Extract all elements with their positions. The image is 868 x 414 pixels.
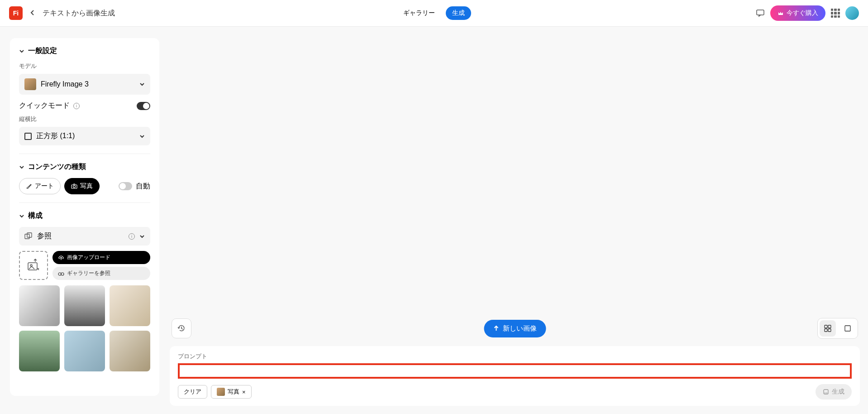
photo-chip[interactable]: 写真 ×	[211, 385, 252, 399]
content-type-title: コンテンツの種類	[28, 162, 86, 172]
history-icon	[177, 324, 186, 333]
svg-rect-14	[824, 390, 828, 394]
chip-thumbnail	[217, 388, 225, 396]
ref-thumb-5[interactable]	[64, 331, 105, 371]
svg-rect-12	[828, 329, 831, 332]
browse-gallery-label: ギャラリーを参照	[67, 270, 110, 277]
prompt-input-highlight	[178, 363, 852, 379]
tab-gallery[interactable]: ギャラリー	[397, 6, 441, 20]
new-image-button[interactable]: 新しい画像	[484, 320, 546, 337]
prompt-label: プロンプト	[178, 352, 852, 361]
ref-thumb-3[interactable]	[110, 285, 150, 326]
aspect-value: 正方形 (1:1)	[36, 131, 75, 141]
upload-placeholder[interactable]	[19, 251, 48, 280]
camera-icon	[71, 183, 77, 189]
type-art-button[interactable]: アート	[19, 178, 61, 194]
svg-rect-11	[825, 329, 827, 332]
model-thumbnail	[24, 78, 36, 90]
ref-thumb-1[interactable]	[19, 285, 60, 326]
single-view-button[interactable]	[839, 320, 856, 337]
header: Fi テキストから画像生成 ギャラリー 生成 今すぐ購入	[0, 0, 868, 27]
auto-label: 自動	[136, 182, 150, 191]
model-select[interactable]: Firefly Image 3	[19, 74, 150, 95]
photo-chip-label: 写真	[228, 388, 239, 396]
action-row: 新しい画像	[170, 318, 860, 339]
header-tabs: ギャラリー 生成	[397, 6, 471, 20]
svg-point-2	[73, 186, 76, 188]
quick-mode-label: クイックモード	[19, 101, 70, 111]
section-composition: 構成 参照 i 画像アップロード ギャ	[19, 211, 150, 380]
svg-rect-13	[845, 326, 850, 331]
quick-mode-toggle[interactable]	[137, 102, 150, 110]
grid-view-button[interactable]	[820, 320, 836, 337]
chevron-down-icon	[139, 82, 145, 87]
clear-button[interactable]: クリア	[178, 385, 207, 399]
comment-icon[interactable]	[756, 9, 765, 18]
back-icon[interactable]	[30, 9, 35, 17]
section-header-content-type[interactable]: コンテンツの種類	[19, 162, 150, 172]
auto-toggle[interactable]	[119, 182, 132, 190]
square-icon	[24, 133, 32, 140]
reference-icon	[24, 232, 33, 241]
info-icon[interactable]: i	[129, 233, 135, 240]
generate-button[interactable]: 生成	[816, 384, 852, 400]
section-header-general[interactable]: 一般設定	[19, 46, 150, 56]
ref-thumb-6[interactable]	[110, 331, 150, 371]
arrow-up-icon	[493, 325, 499, 332]
composition-title: 構成	[28, 211, 43, 221]
model-value: Firefly Image 3	[41, 80, 89, 88]
type-art-label: アート	[35, 182, 54, 190]
binoculars-icon	[58, 270, 64, 277]
svg-rect-10	[828, 325, 831, 328]
app-logo[interactable]: Fi	[9, 6, 23, 20]
section-general: 一般設定 モデル Firefly Image 3 クイックモード i 縦横比 正…	[19, 46, 150, 154]
svg-rect-9	[825, 325, 827, 328]
prompt-input[interactable]	[180, 365, 850, 377]
new-image-label: 新しい画像	[503, 324, 537, 333]
chevron-down-icon	[19, 48, 24, 54]
svg-rect-0	[757, 10, 764, 15]
sidebar: 一般設定 モデル Firefly Image 3 クイックモード i 縦横比 正…	[10, 38, 159, 396]
cloud-upload-icon	[58, 255, 64, 261]
generate-label: 生成	[832, 388, 844, 396]
crown-icon	[777, 10, 784, 16]
reference-label: 参照	[37, 231, 52, 241]
grid-icon	[824, 325, 831, 332]
upload-image-label: 画像アップロード	[67, 254, 110, 261]
tab-generate[interactable]: 生成	[446, 6, 471, 20]
model-label: モデル	[19, 62, 150, 70]
page-title: テキストから画像生成	[43, 9, 115, 18]
reference-row[interactable]: 参照 i	[19, 227, 150, 246]
chevron-down-icon	[19, 164, 24, 170]
ref-thumb-4[interactable]	[19, 331, 60, 371]
section-header-composition[interactable]: 構成	[19, 211, 150, 221]
aspect-select[interactable]: 正方形 (1:1)	[19, 127, 150, 145]
close-icon[interactable]: ×	[242, 389, 246, 395]
apps-icon[interactable]	[831, 9, 840, 18]
avatar[interactable]	[845, 6, 859, 20]
section-content-type: コンテンツの種類 アート 写真 自動	[19, 162, 150, 203]
view-toggles	[817, 318, 858, 339]
chevron-down-icon	[139, 234, 145, 239]
browse-gallery-button[interactable]: ギャラリーを参照	[52, 267, 150, 280]
type-photo-label: 写真	[80, 182, 93, 190]
header-right: 今すぐ購入	[756, 5, 859, 21]
chevron-down-icon	[19, 213, 24, 219]
image-upload-icon	[26, 258, 41, 273]
prompt-box: プロンプト クリア 写真 × 生成	[170, 346, 860, 406]
ref-thumb-2[interactable]	[64, 285, 105, 326]
square-icon	[844, 325, 851, 332]
aspect-label: 縦横比	[19, 115, 150, 123]
type-photo-button[interactable]: 写真	[64, 178, 100, 194]
history-button[interactable]	[172, 318, 191, 338]
upload-image-button[interactable]: 画像アップロード	[52, 251, 150, 264]
generate-icon	[823, 389, 829, 395]
header-left: Fi テキストから画像生成	[9, 6, 115, 20]
info-icon[interactable]: i	[73, 103, 80, 109]
buy-now-label: 今すぐ購入	[787, 9, 818, 17]
buy-now-button[interactable]: 今すぐ購入	[770, 5, 825, 21]
general-title: 一般設定	[28, 46, 57, 56]
bottom-area: 新しい画像 プロンプト クリア 写真 ×	[170, 318, 860, 406]
reference-thumbnails	[19, 285, 150, 371]
brush-icon	[26, 183, 32, 189]
